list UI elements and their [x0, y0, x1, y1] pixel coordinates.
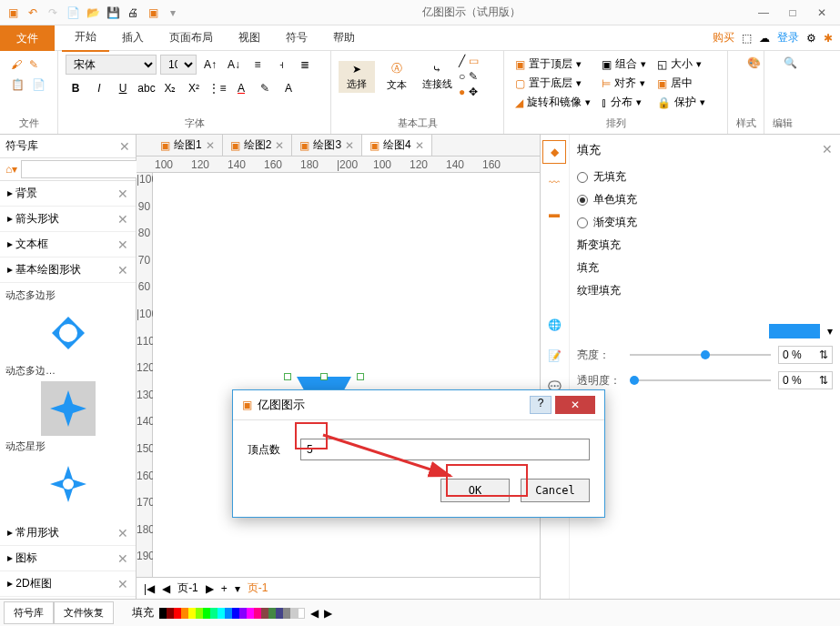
- menu-view[interactable]: 视图: [226, 25, 273, 51]
- brush-icon[interactable]: 🖌: [11, 58, 22, 71]
- highlight-icon[interactable]: ✎: [255, 78, 275, 98]
- menu-insert[interactable]: 插入: [109, 25, 157, 51]
- tab-close-icon[interactable]: ✕: [415, 139, 424, 152]
- panel-close-icon[interactable]: ✕: [119, 139, 130, 154]
- redo-icon[interactable]: ↷: [44, 4, 62, 22]
- page-add-icon[interactable]: +: [221, 582, 228, 595]
- color-bar[interactable]: [159, 608, 305, 619]
- category-textbox[interactable]: ▸ 文本框✕: [0, 232, 136, 257]
- category-arrows[interactable]: ▸ 箭头形状✕: [0, 207, 136, 232]
- opacity-slider[interactable]: [630, 379, 771, 381]
- page-next-icon[interactable]: ▶: [206, 582, 214, 595]
- tab-drawing2[interactable]: ▣绘图2✕: [223, 135, 293, 156]
- menu-start[interactable]: 开始: [62, 24, 109, 52]
- buy-link[interactable]: 购买: [713, 30, 734, 45]
- undo-icon[interactable]: ↶: [24, 4, 42, 22]
- group-button[interactable]: ▣组合▾: [598, 55, 650, 74]
- subscript-icon[interactable]: X₂: [160, 78, 180, 98]
- tab-close-icon[interactable]: ✕: [275, 139, 284, 152]
- new-icon[interactable]: 📄: [64, 4, 82, 22]
- print-icon[interactable]: 🖨: [124, 4, 142, 22]
- brightness-slider[interactable]: [630, 354, 771, 356]
- line-tab-icon[interactable]: 〰: [542, 171, 566, 195]
- move-icon[interactable]: ✥: [469, 86, 478, 98]
- dialog-close-button[interactable]: ✕: [555, 396, 595, 414]
- export-icon[interactable]: ▣: [144, 4, 162, 22]
- protect-button[interactable]: 🔒保护▾: [653, 93, 709, 112]
- category-icons[interactable]: ▸ 图标✕: [0, 546, 136, 571]
- login-link[interactable]: 登录: [777, 30, 799, 45]
- distribute-button[interactable]: ⫿分布▾: [598, 93, 650, 112]
- category-background[interactable]: ▸ 背景✕: [0, 181, 136, 207]
- colorbar-prev-icon[interactable]: ◀: [310, 607, 319, 620]
- radio-gradient-fill[interactable]: 渐变填充: [577, 211, 833, 234]
- tab-close-icon[interactable]: ✕: [206, 139, 215, 152]
- tab-drawing4[interactable]: ▣绘图4✕: [362, 135, 432, 156]
- qat-dropdown-icon[interactable]: ▾: [164, 4, 182, 22]
- share-icon[interactable]: ⬚: [742, 32, 752, 45]
- menu-symbol[interactable]: 符号: [273, 25, 320, 51]
- tab-drawing3[interactable]: ▣绘图3✕: [292, 135, 362, 156]
- cancel-button[interactable]: Cancel: [521, 479, 590, 502]
- align-button[interactable]: ⊨对齐▾: [598, 74, 650, 93]
- oval-icon[interactable]: ○: [459, 70, 465, 83]
- rect-icon[interactable]: ▭: [469, 55, 479, 67]
- dialog-help-button[interactable]: ?: [530, 396, 552, 414]
- text-bg-icon[interactable]: A: [278, 78, 299, 98]
- home-icon[interactable]: ⌂▾: [2, 163, 21, 176]
- edit-tab-icon[interactable]: 📝: [542, 344, 566, 368]
- circle-icon[interactable]: ●: [459, 86, 465, 98]
- panel-close-icon[interactable]: ✕: [822, 142, 833, 166]
- radio-texture2[interactable]: 填充: [577, 257, 833, 279]
- brightness-spinner[interactable]: 0 %⇅: [778, 346, 833, 364]
- maximize-button[interactable]: □: [785, 5, 800, 20]
- strike-icon[interactable]: abc: [137, 78, 157, 98]
- ok-button[interactable]: OK: [440, 479, 510, 502]
- app-icon[interactable]: ▣: [4, 4, 22, 22]
- superscript-icon[interactable]: X²: [184, 78, 204, 98]
- cloud-icon[interactable]: ☁: [759, 32, 770, 45]
- radio-texture3[interactable]: 纹理填充: [577, 279, 833, 302]
- menu-help[interactable]: 帮助: [320, 25, 368, 51]
- text-tool[interactable]: Ⓐ 文本: [379, 59, 415, 94]
- connector-tool[interactable]: ⤷ 连接线: [419, 61, 455, 93]
- radio-solid-fill[interactable]: 单色填充: [577, 188, 833, 211]
- colorbar-next-icon[interactable]: ▶: [324, 607, 332, 620]
- bold-icon[interactable]: B: [66, 78, 86, 98]
- align-left-icon[interactable]: ≡: [248, 55, 268, 75]
- minimize-button[interactable]: —: [756, 5, 771, 20]
- save-icon[interactable]: 💾: [104, 4, 122, 22]
- paste-icon[interactable]: 📋: [11, 78, 25, 91]
- category-basic-shapes[interactable]: ▸ 基本绘图形状✕: [0, 257, 136, 283]
- radio-texture1[interactable]: 斯变填充: [577, 234, 833, 257]
- format-painter-icon[interactable]: ✎: [29, 58, 38, 71]
- italic-icon[interactable]: I: [89, 78, 109, 98]
- copy-icon[interactable]: 📄: [32, 78, 46, 91]
- category-2d-frame[interactable]: ▸ 2D框图✕: [0, 571, 136, 597]
- font-color-icon[interactable]: A: [231, 78, 251, 98]
- font-size-select[interactable]: 10: [160, 55, 197, 75]
- shape-dynamic-polygon[interactable]: [41, 306, 96, 360]
- select-tool[interactable]: ➤ 选择: [339, 61, 375, 93]
- line-icon[interactable]: ╱: [459, 55, 465, 67]
- fill-tab-icon[interactable]: ◆: [542, 140, 566, 164]
- font-family-select[interactable]: 宋体: [66, 55, 157, 75]
- status-tab-library[interactable]: 符号库: [4, 601, 54, 624]
- tab-close-icon[interactable]: ✕: [345, 139, 354, 152]
- shape-dynamic-star[interactable]: [41, 381, 96, 436]
- opacity-spinner[interactable]: 0 %⇅: [778, 371, 833, 389]
- page-menu-icon[interactable]: ▾: [235, 582, 240, 595]
- center-button[interactable]: ▣居中: [653, 74, 709, 93]
- open-icon[interactable]: 📂: [84, 4, 102, 22]
- shadow-tab-icon[interactable]: ▬: [542, 202, 566, 226]
- globe-icon[interactable]: 🌐: [542, 313, 566, 337]
- menu-page-layout[interactable]: 页面布局: [157, 25, 226, 51]
- page-label[interactable]: 页-1: [177, 581, 198, 596]
- rotate-button[interactable]: ◢旋转和镜像▾: [511, 93, 594, 112]
- bring-front-button[interactable]: ▣置于顶层▾: [511, 55, 594, 74]
- align-top-icon[interactable]: ⫞: [271, 55, 291, 75]
- edit-button[interactable]: 🔍: [772, 55, 808, 71]
- page-name[interactable]: 页-1: [248, 581, 268, 596]
- file-menu-button[interactable]: 文件: [0, 25, 55, 51]
- tab-drawing1[interactable]: ▣绘图1✕: [153, 135, 223, 156]
